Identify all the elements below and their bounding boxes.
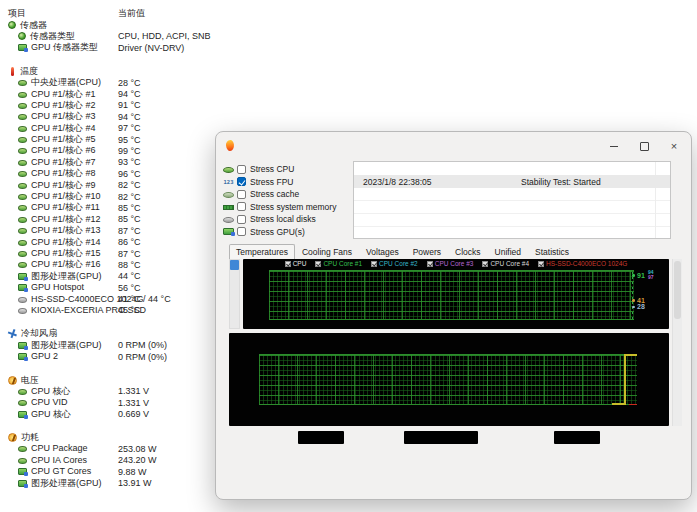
remaining-battery-value — [298, 431, 344, 444]
legend-checkbox[interactable] — [427, 261, 433, 267]
legend-label: CPU Core #3 — [435, 260, 474, 267]
tab-unified[interactable]: Unified — [488, 244, 528, 260]
sensor-row[interactable]: CPU #1/核心 #595 °C — [8, 134, 213, 145]
legend-label: CPU Core #1 — [323, 260, 362, 267]
sensor-row[interactable]: 图形处理器(GPU)13.91 W — [8, 477, 213, 488]
sensor-label: CPU 核心 — [31, 387, 71, 396]
minimize-button[interactable] — [599, 133, 629, 159]
sensor-row[interactable]: GPU Hotspot56 °C — [8, 282, 213, 293]
sensor-group-voltage[interactable]: 电压 — [8, 374, 213, 385]
tab-cooling-fans[interactable]: Cooling Fans — [295, 244, 359, 260]
legend-item[interactable]: CPU Core #4 — [482, 260, 529, 267]
sensor-row[interactable]: CPU #1/核心 #1387 °C — [8, 225, 213, 236]
sensor-row[interactable]: CPU #1/核心 #699 °C — [8, 145, 213, 156]
tab-temperatures[interactable]: Temperatures — [229, 244, 295, 260]
checkbox[interactable] — [237, 177, 246, 186]
cpu-icon — [18, 183, 27, 189]
sensor-row[interactable]: CPU #1/核心 #1587 °C — [8, 248, 213, 259]
stress-option-stress-system-memory[interactable]: Stress system memory — [223, 201, 351, 214]
sensor-label: GPU 传感器类型 — [31, 43, 98, 52]
sensor-row[interactable]: CPU #1/核心 #1082 °C — [8, 191, 213, 202]
sensor-row[interactable]: CPU #1/核心 #1285 °C — [8, 214, 213, 225]
sensor-row[interactable]: CPU 核心1.331 V — [8, 386, 213, 397]
sensor-label: CPU #1/核心 #7 — [31, 158, 96, 167]
sensor-value: 0 RPM (0%) — [118, 340, 167, 350]
sensor-row[interactable]: 图形处理器(GPU)44 °C — [8, 271, 213, 282]
stress-label: Stress cache — [250, 189, 299, 199]
sensor-row[interactable]: CPU VID1.331 V — [8, 397, 213, 408]
legend-checkbox[interactable] — [371, 261, 377, 267]
sensor-row[interactable]: GPU 核心0.669 V — [8, 409, 213, 420]
sensor-gap — [8, 316, 213, 328]
sensor-row[interactable]: CPU #1/核心 #896 °C — [8, 168, 213, 179]
sensor-group-cooling-fans[interactable]: 冷却风扇 — [8, 328, 213, 339]
legend-checkbox[interactable] — [538, 261, 544, 267]
sensor-group-sensors[interactable]: 传感器 — [8, 19, 213, 30]
tab-voltages[interactable]: Voltages — [359, 244, 406, 260]
checkbox[interactable] — [237, 227, 246, 236]
graph-scrollbar-right[interactable] — [672, 259, 682, 426]
close-button[interactable]: × — [659, 133, 689, 159]
sensor-row[interactable]: CPU IA Cores243.20 W — [8, 455, 213, 466]
sensor-group-temperature[interactable]: 温度 — [8, 66, 213, 77]
checkbox[interactable] — [237, 190, 246, 199]
sensor-row[interactable]: 中央处理器(CPU)28 °C — [8, 77, 213, 88]
scrollbar-thumb[interactable] — [230, 260, 239, 270]
gpu-icon — [18, 273, 27, 280]
stress-option-stress-fpu[interactable]: Stress FPU — [223, 176, 351, 189]
sensor-row[interactable]: KIOXIA-EXCERIA PRO SSD45 °C — [8, 305, 213, 316]
sensor-value: 82 °C — [118, 192, 141, 202]
tab-statistics[interactable]: Statistics — [528, 244, 576, 260]
sensor-row[interactable]: CPU #1/核心 #194 °C — [8, 88, 213, 99]
sensor-row[interactable]: 传感器类型CPU, HDD, ACPI, SNB — [8, 31, 213, 42]
legend-item[interactable]: CPU Core #1 — [315, 260, 362, 267]
cpu-icon — [18, 103, 27, 109]
legend-checkbox[interactable] — [315, 261, 321, 267]
sensor-label: CPU #1/核心 #2 — [31, 101, 96, 110]
cpu-icon — [18, 446, 27, 452]
checkbox[interactable] — [237, 165, 246, 174]
legend-item[interactable]: CPU Core #3 — [427, 260, 474, 267]
stress-option-stress-gpu-s[interactable]: Stress GPU(s) — [223, 226, 351, 239]
stress-option-stress-cpu[interactable]: Stress CPU — [223, 163, 351, 176]
sensor-row[interactable]: CPU #1/核心 #1486 °C — [8, 236, 213, 247]
stress-option-stress-cache[interactable]: Stress cache — [223, 188, 351, 201]
sensor-gap — [8, 54, 213, 66]
tab-powers[interactable]: Powers — [406, 244, 448, 260]
cache-icon — [223, 192, 234, 198]
sensor-row[interactable]: GPU 20 RPM (0%) — [8, 351, 213, 362]
sensor-row[interactable]: CPU #1/核心 #793 °C — [8, 157, 213, 168]
sensor-label: GPU 核心 — [31, 410, 71, 419]
sensor-group-label: 功耗 — [21, 433, 39, 442]
sensor-row[interactable]: CPU #1/核心 #291 °C — [8, 100, 213, 111]
sensor-row[interactable]: HS-SSD-C4000ECO 1024G41 °C / 44 °C — [8, 293, 213, 304]
maximize-button[interactable] — [629, 133, 659, 159]
sensor-row[interactable]: CPU Package253.08 W — [8, 443, 213, 454]
legend-item[interactable]: CPU Core #2 — [371, 260, 418, 267]
window-controls: × — [599, 133, 689, 159]
sensor-row[interactable]: CPU #1/核心 #1688 °C — [8, 259, 213, 270]
sensor-row[interactable]: CPU #1/核心 #1185 °C — [8, 202, 213, 213]
trace-dot — [632, 306, 635, 309]
legend-checkbox[interactable] — [285, 261, 291, 267]
sensor-row[interactable]: 图形处理器(GPU)0 RPM (0%) — [8, 340, 213, 351]
sensor-group-power[interactable]: 功耗 — [8, 432, 213, 443]
log-row[interactable]: 2023/1/8 22:38:05Stability Test: Started — [354, 175, 670, 188]
sensor-row[interactable]: CPU #1/核心 #394 °C — [8, 111, 213, 122]
sensor-row[interactable]: CPU #1/核心 #982 °C — [8, 179, 213, 190]
legend-item[interactable]: HS-SSD-C4000ECO 1024G — [538, 260, 627, 267]
sensor-value: 45 °C — [118, 305, 141, 315]
legend-item[interactable]: CPU — [285, 260, 307, 267]
graph-scrollbar-left[interactable] — [229, 259, 240, 329]
tab-clocks[interactable]: Clocks — [448, 244, 488, 260]
sensor-row[interactable]: GPU 传感器类型Driver (NV-DRV) — [8, 42, 213, 53]
titlebar[interactable]: × — [216, 132, 691, 159]
checkbox[interactable] — [237, 202, 246, 211]
legend-checkbox[interactable] — [482, 261, 488, 267]
scrollbar-thumb[interactable] — [674, 261, 681, 319]
checkbox[interactable] — [237, 215, 246, 224]
sensor-row[interactable]: CPU GT Cores9.88 W — [8, 466, 213, 477]
stress-option-stress-local-disks[interactable]: Stress local disks — [223, 213, 351, 226]
sensor-icon — [18, 32, 26, 40]
sensor-row[interactable]: CPU #1/核心 #497 °C — [8, 123, 213, 134]
